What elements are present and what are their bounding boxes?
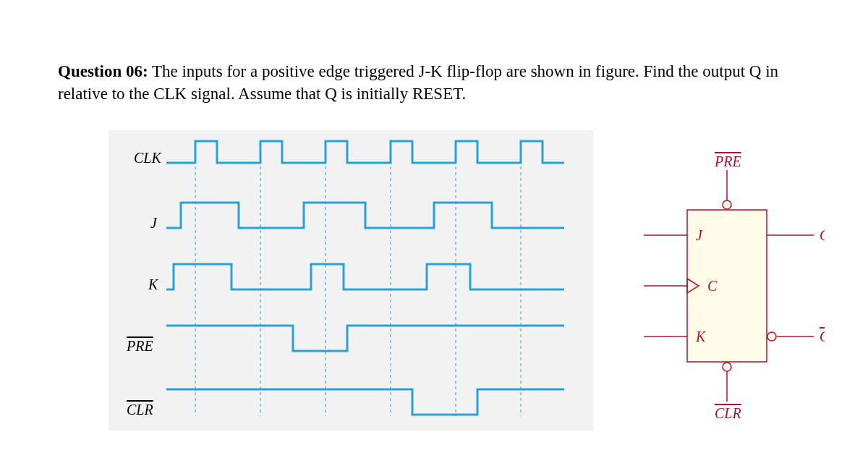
k-label: K [695, 329, 707, 344]
jk-flipflop-symbol: PRE CLR J C K Q [644, 153, 825, 421]
question-text: Question 06: The inputs for a positive e… [58, 60, 810, 105]
full-diagram: CLK J K PRE CLR [87, 127, 825, 438]
label-k: K [148, 276, 159, 292]
diagram-area: CLK J K PRE CLR [87, 127, 810, 441]
qbar-bubble [767, 332, 776, 341]
clr-label: CLR [715, 405, 741, 421]
pre-label: PRE [714, 153, 741, 169]
panel-bg [109, 130, 593, 431]
label-clr: CLR [127, 402, 153, 418]
question-body: The inputs for a positive edge triggered… [58, 62, 778, 103]
label-j: J [150, 215, 158, 231]
qbar-label: Q [820, 329, 825, 344]
q-label: Q [820, 227, 825, 243]
question-label: Question 06: [58, 62, 148, 80]
c-label: C [707, 278, 718, 294]
j-label: J [696, 227, 703, 243]
label-clk: CLK [134, 150, 162, 166]
pre-bubble [723, 200, 731, 209]
label-pre: PRE [126, 338, 153, 354]
clr-bubble [723, 363, 731, 371]
